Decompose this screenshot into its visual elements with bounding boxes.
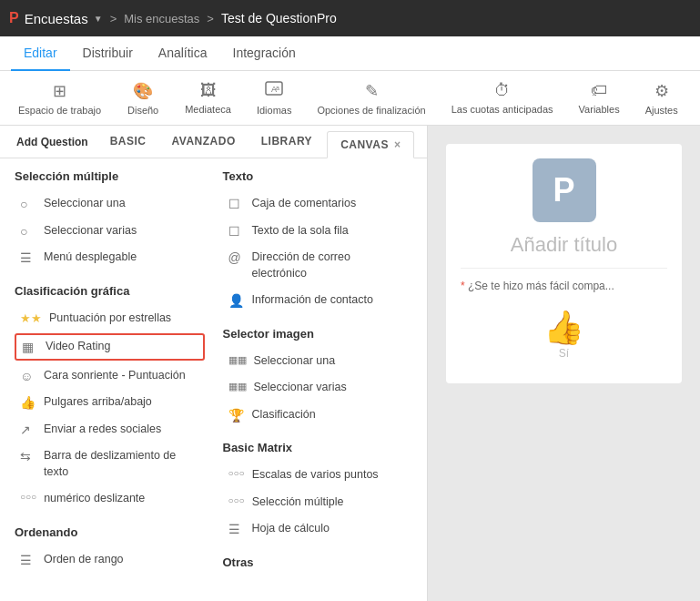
secondary-nav: Editar Distribuir Analítica Integración [0, 36, 700, 71]
required-mark: * [461, 280, 465, 292]
toolbar-design[interactable]: 🎨 Diseño [116, 77, 170, 119]
content-area: Add Question BASIC AVANZADO LIBRARY CANV… [0, 126, 700, 601]
menu-puntuacion-estrellas[interactable]: ★★ Puntuación por estrellas [15, 307, 205, 331]
survey-logo: P [533, 158, 596, 222]
svg-text:a: a [276, 85, 279, 91]
survey-preview-card: P Añadir título * ¿Se te hizo más fácil … [446, 144, 682, 383]
survey-logo-letter: P [553, 171, 574, 209]
menu-menu-desplegable[interactable]: ☰ Menú desplegable [15, 246, 205, 270]
tab-library[interactable]: LIBRARY [249, 126, 325, 158]
menu-pulgares[interactable]: 👍 Pulgares arriba/abajo [15, 391, 205, 414]
menu-seleccionar-varias[interactable]: ○ Seleccionar varias [15, 219, 205, 243]
menu-correo-electronico[interactable]: @ Dirección de correo electrónico [223, 246, 413, 285]
texto-sola-fila-label: Texto de la sola fila [252, 223, 349, 239]
menu-hoja-calculo[interactable]: ☰ Hoja de cálculo [223, 517, 413, 541]
radio-icon: ○ [20, 197, 36, 211]
section-otras: Otras [223, 555, 413, 569]
tab-canvas[interactable]: CANVAS × [327, 131, 414, 158]
video-rating-label: Video Rating [46, 339, 110, 355]
toolbar-ajustes[interactable]: ⚙ Ajustes [634, 77, 689, 119]
toolbar-ajustes-label: Ajustes [645, 105, 678, 116]
matrix-multi-icon: ○○○ [228, 495, 245, 505]
survey-title[interactable]: Añadir título [511, 233, 617, 257]
menu-numerico-deslizante[interactable]: ○○○ numérico deslizante [15, 487, 205, 511]
toolbar-design-label: Diseño [127, 105, 158, 116]
img-select-one-icon: ▦▦ [228, 354, 247, 366]
hoja-calculo-label: Hoja de cálculo [252, 521, 330, 537]
rank-order-icon: ☰ [20, 553, 36, 567]
breadcrumb-sep1: > [110, 12, 117, 25]
canvas-tab-close[interactable]: × [394, 138, 401, 151]
menu-img-seleccionar-una[interactable]: ▦▦ Seleccionar una [223, 350, 413, 373]
section-texto: Texto [223, 169, 413, 183]
menu-matrix-seleccion-multiple[interactable]: ○○○ Selección múltiple [223, 491, 413, 514]
variables-icon: 🏷 [591, 81, 607, 100]
img-seleccionar-una-label: Seleccionar una [254, 353, 336, 370]
toolbar-workspace-label: Espacio de trabajo [18, 105, 101, 116]
menu-caja-comentarios[interactable]: ☐ Caja de comentarios [223, 192, 413, 216]
radio2-icon: ○ [20, 224, 36, 239]
orden-rango-label: Orden de rango [44, 552, 124, 568]
ajustes-icon: ⚙ [654, 81, 669, 101]
nav-integracion[interactable]: Integración [220, 36, 309, 71]
caja-comentarios-label: Caja de comentarios [252, 196, 357, 212]
toolbar-idiomas[interactable]: A a Idiomas [246, 76, 303, 119]
logo-icon: P [9, 10, 19, 26]
toolbar-workspace[interactable]: ⊞ Espacio de trabajo [7, 77, 112, 119]
right-panel: P Añadir título * ¿Se te hizo más fácil … [428, 126, 700, 601]
toolbar-opciones[interactable]: ✎ Opciones de finalización [306, 77, 436, 119]
section-basic-matrix: Basic Matrix [223, 441, 413, 454]
cuotas-icon: ⏱ [494, 81, 511, 100]
nav-analitica[interactable]: Analítica [146, 36, 220, 71]
survey-question-area: * ¿Se te hizo más fácil compa... 👍 Sí [461, 268, 667, 369]
puntuacion-estrellas-label: Puntuación por estrellas [49, 311, 171, 327]
section-clasificacion-grafica: Clasificación gráfica [15, 284, 205, 298]
section-ordenando: Ordenando [15, 525, 205, 539]
mediateca-icon: 🖼 [200, 81, 217, 100]
menu-cara-sonriente[interactable]: ☺ Cara sonriente - Puntuación [15, 364, 205, 388]
menu-video-rating[interactable]: ▦ Video Rating [15, 333, 205, 361]
toolbar-mediateca[interactable]: 🖼 Mediateca [174, 77, 242, 118]
tab-avanzado[interactable]: AVANZADO [159, 126, 249, 158]
menu-img-seleccionar-varias[interactable]: ▦▦ Seleccionar varias [223, 376, 413, 400]
menu-orden-rango[interactable]: ☰ Orden de rango [15, 548, 205, 572]
tab-basic[interactable]: BASIC [97, 126, 159, 158]
spreadsheet-icon: ☰ [228, 522, 245, 536]
nav-distribuir[interactable]: Distribuir [70, 36, 146, 71]
menu-informacion-contacto[interactable]: 👤 Información de contacto [223, 289, 413, 312]
smiley-icon: ☺ [20, 369, 36, 383]
section-selector-imagen: Selector imagen [223, 327, 413, 341]
menu-clasificacion[interactable]: 🏆 Clasificación [223, 403, 413, 427]
app-name[interactable]: Encuestas ▼ [25, 11, 103, 26]
menu-seleccionar-una[interactable]: ○ Seleccionar una [15, 192, 205, 216]
app-dropdown-icon[interactable]: ▼ [94, 14, 103, 24]
menu-redes-sociales[interactable]: ↗ Enviar a redes sociales [15, 418, 205, 442]
toolbar-variables[interactable]: 🏷 Variables [568, 77, 631, 118]
question-text: ¿Se te hizo más fácil compa... [468, 280, 614, 292]
classification-icon: 🏆 [228, 408, 245, 423]
stars-icon: ★★ [20, 311, 42, 325]
top-bar: P Encuestas ▼ > Mis encuestas > Test de … [0, 0, 700, 36]
img-seleccionar-varias-label: Seleccionar varias [254, 380, 347, 396]
left-col: Selección múltiple ○ Seleccionar una ○ S… [15, 169, 205, 590]
breadcrumb-mis-encuestas[interactable]: Mis encuestas [124, 12, 199, 25]
slider-icon: ⇆ [20, 449, 36, 463]
thumb-up-icon[interactable]: 👍 [543, 309, 584, 347]
redes-sociales-label: Enviar a redes sociales [44, 422, 161, 438]
tab-bar: Add Question BASIC AVANZADO LIBRARY CANV… [0, 126, 427, 158]
pulgares-label: Pulgares arriba/abajo [44, 394, 152, 411]
toolbar: ⊞ Espacio de trabajo 🎨 Diseño 🖼 Mediatec… [0, 71, 700, 126]
menu-barra-deslizamiento[interactable]: ⇆ Barra de deslizamiento de texto [15, 444, 205, 484]
breadcrumb-sep2: > [207, 12, 214, 25]
left-panel: Add Question BASIC AVANZADO LIBRARY CANV… [0, 126, 428, 601]
numerico-deslizante-label: numérico deslizante [44, 491, 145, 507]
section-seleccion-multiple: Selección múltiple [15, 169, 205, 183]
thumb-label: Sí [559, 347, 569, 360]
nav-editar[interactable]: Editar [11, 36, 70, 71]
thumbs-area: 👍 Sí [461, 300, 667, 369]
menu-texto-sola-fila[interactable]: ☐ Texto de la sola fila [223, 219, 413, 243]
toolbar-cuotas[interactable]: ⏱ Las cuotas anticipadas [441, 77, 564, 118]
right-col: Texto ☐ Caja de comentarios ☐ Texto de l… [223, 169, 413, 590]
toolbar-opciones-label: Opciones de finalización [317, 105, 425, 116]
menu-escalas-varios-puntos[interactable]: ○○○ Escalas de varios puntos [223, 463, 413, 487]
